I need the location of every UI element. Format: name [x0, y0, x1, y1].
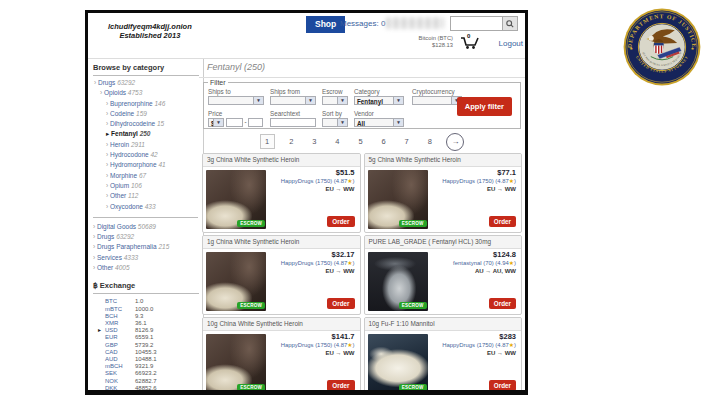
pagination: 1 2 3 4 5 6 7 8 → [199, 133, 525, 151]
sidebar-item-codeine[interactable]: Codeine 159 [93, 109, 203, 119]
sidebar-item-hydrocodone[interactable]: Hydrocodone 42 [93, 150, 203, 160]
shipping-route: EU → WW [442, 349, 516, 357]
page-5[interactable]: 5 [354, 135, 367, 148]
sidebar-item-drugs-group[interactable]: Drugs 63292 [93, 232, 203, 242]
search-button[interactable] [502, 17, 517, 30]
wallet-balance: Bitcoin (BTC) $128.13 [419, 35, 453, 49]
order-button[interactable]: Order [327, 298, 354, 309]
listing-title[interactable]: 1g China White Synthetic Heroin [203, 236, 360, 249]
searchtext-input[interactable] [270, 118, 316, 127]
seal-star-right: ★ [690, 46, 694, 51]
sidebar-item-dihydrocodeine[interactable]: Dihydrocodeine 15 [93, 119, 203, 129]
price-max-input[interactable] [248, 118, 263, 127]
order-button[interactable]: Order [327, 216, 354, 227]
vendor-link[interactable]: fentastynal (70) (4.94★) [453, 259, 516, 267]
cryptocurrency-select[interactable] [412, 96, 462, 105]
search-input[interactable] [451, 17, 505, 28]
order-button[interactable]: Order [489, 216, 516, 227]
sidebar-item-digital-goods[interactable]: Digital Goods 50689 [93, 222, 203, 232]
sidebar-item-heroin[interactable]: Heroin 2911 [93, 140, 203, 150]
listing-title[interactable]: 10g Fu-F 1:10 Mannitol [365, 318, 522, 331]
order-button[interactable]: Order [489, 298, 516, 309]
listing-card[interactable]: 1g China White Synthetic Heroin ESCROW $… [202, 235, 361, 315]
order-button[interactable]: Order [489, 380, 516, 390]
escrow-badge: ESCROW [399, 302, 427, 309]
price-currency-select[interactable]: $ [208, 118, 224, 127]
exchange-row: mBTC1000.0 [93, 306, 203, 313]
site-brand: lchudifyeqm4kdjj.onion Established 2013 [108, 22, 192, 40]
sidebar-divider [93, 217, 198, 218]
marketplace-screenshot: lchudifyeqm4kdjj.onion Established 2013 … [85, 10, 528, 395]
vendor-link[interactable]: HappyDrugs (1750) (4.87★) [442, 177, 516, 185]
sidebar-item-paraphernalia[interactable]: Drugs Paraphernalia 215 [93, 242, 203, 252]
sort-by-select[interactable] [322, 118, 348, 127]
page-4[interactable]: 4 [331, 135, 344, 148]
order-button[interactable]: Order [327, 380, 354, 390]
page-8[interactable]: 8 [423, 135, 436, 148]
sidebar-item-hydromorphone[interactable]: Hydromorphone 41 [93, 160, 203, 170]
cart-count: 0 [467, 33, 470, 39]
seal-star-left: ★ [629, 46, 633, 51]
listing-card[interactable]: 10g Fu-F 1:10 Mannitol ESCROW $283 Happy… [364, 317, 523, 390]
listing-card[interactable]: 10g China White Synthetic Heroin ESCROW … [202, 317, 361, 390]
page-6[interactable]: 6 [377, 135, 390, 148]
page-3[interactable]: 3 [308, 135, 321, 148]
page-2[interactable]: 2 [285, 135, 298, 148]
listing-photo: ESCROW [368, 252, 428, 311]
vendor-link[interactable]: HappyDrugs (1750) (4.87★) [281, 259, 355, 267]
sidebar-item-opioids[interactable]: Opioids 4753 [93, 88, 203, 98]
page-7[interactable]: 7 [400, 135, 413, 148]
listing-title[interactable]: PURE LAB_GRADE ( Fentanyl HCL) 30mg [365, 236, 522, 249]
listing-title[interactable]: 5g China White Synthetic Heroin [365, 154, 522, 167]
next-page-arrow[interactable]: → [446, 133, 464, 151]
listing-card[interactable]: 5g China White Synthetic Heroin ESCROW $… [364, 153, 523, 233]
vendor-link[interactable]: HappyDrugs (1750) (4.87★) [442, 341, 516, 349]
filter-panel: Filter Ships to Ships from Escrow Catego… [203, 79, 521, 129]
vendor-select[interactable]: All [354, 118, 404, 127]
escrow-badge: ESCROW [237, 302, 265, 309]
category-select[interactable]: Fentanyl [354, 96, 404, 105]
listing-card[interactable]: PURE LAB_GRADE ( Fentanyl HCL) 30mg ESCR… [364, 235, 523, 315]
escrow-select[interactable] [322, 96, 348, 105]
vendor-link[interactable]: HappyDrugs (1750) (4.87★) [281, 177, 355, 185]
sidebar-item-morphine[interactable]: Morphine 67 [93, 171, 203, 181]
established-text: Established 2013 [108, 31, 192, 40]
filter-price: Price $ - [208, 110, 268, 127]
sidebar-item-fentanyl[interactable]: Fentanyl 250 [93, 129, 203, 139]
search-icon [506, 20, 514, 28]
logout-link[interactable]: Logout [499, 39, 523, 48]
sidebar-item-services[interactable]: Services 4333 [93, 253, 203, 263]
messages-link[interactable]: Messages: 0 [340, 19, 385, 28]
shipping-route: AU → AU, WW [453, 267, 516, 275]
listing-card[interactable]: 3g China White Synthetic Heroin ESCROW $… [202, 153, 361, 233]
listing-price: $124.8 [453, 251, 516, 259]
listing-grid: 3g China White Synthetic Heroin ESCROW $… [202, 153, 522, 390]
exchange-row: EUR6559.1 [93, 334, 203, 341]
vendor-link[interactable]: HappyDrugs (1750) (4.87★) [281, 341, 355, 349]
exchange-row: SEK66923.2 [93, 370, 203, 377]
sidebar-item-drugs[interactable]: Drugs 63292 [93, 78, 203, 88]
sidebar-item-buprenorphine[interactable]: Buprenorphine 146 [93, 99, 203, 109]
exchange-row-usd-selected: USD8126.9 [93, 327, 203, 334]
exchange-row: XMR36.1 [93, 320, 203, 327]
listing-price: $77.1 [442, 169, 516, 177]
page-1[interactable]: 1 [260, 134, 275, 149]
wallet-currency: Bitcoin (BTC) [419, 35, 453, 42]
exchange-panel: ฿ Exchange BTC1.0 mBTC1000.0 BCH9.3 XMR3… [93, 281, 203, 390]
listing-title[interactable]: 3g China White Synthetic Heroin [203, 154, 360, 167]
cart-button[interactable]: 0 [459, 34, 481, 50]
sidebar-item-other-opioid[interactable]: Other 112 [93, 191, 203, 201]
sidebar-item-oxycodone[interactable]: Oxycodone 433 [93, 202, 203, 212]
price-min-input[interactable] [226, 118, 243, 127]
listing-price: $32.17 [281, 251, 355, 259]
listing-price: $283 [442, 333, 516, 341]
sidebar-item-opium[interactable]: Opium 106 [93, 181, 203, 191]
apply-filter-button[interactable]: Apply filter [457, 97, 512, 116]
listing-photo: ESCROW [368, 170, 428, 229]
shipping-route: EU → WW [281, 349, 355, 357]
sidebar-item-other-group[interactable]: Other 4005 [93, 263, 203, 273]
listing-title[interactable]: 10g China White Synthetic Heroin [203, 318, 360, 331]
filter-escrow: Escrow [322, 88, 348, 105]
ships-to-select[interactable] [208, 96, 264, 105]
ships-from-select[interactable] [270, 96, 316, 105]
